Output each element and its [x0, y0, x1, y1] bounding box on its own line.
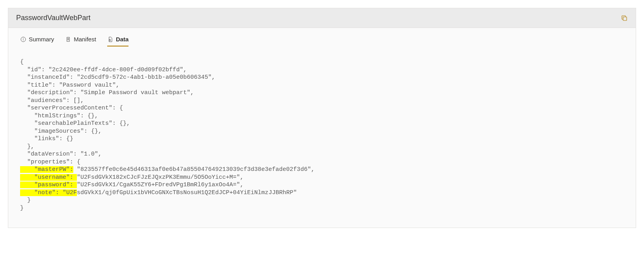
- json-code-block: { "id": "2c2420ee-ffdf-4dce-800f-d0d09f0…: [8, 46, 636, 228]
- info-icon: [20, 36, 26, 43]
- panel-title: PasswordVaultWebPart: [16, 14, 90, 22]
- highlight-username: "username":: [20, 174, 77, 181]
- highlight-note: "note":: [20, 189, 63, 196]
- tab-manifest[interactable]: Manifest: [65, 36, 96, 46]
- highlight-masterpw: "masterPW":: [20, 166, 73, 173]
- tab-manifest-label: Manifest: [74, 36, 96, 43]
- highlight-password: "password":: [20, 182, 77, 188]
- tab-summary[interactable]: Summary: [20, 36, 54, 46]
- tab-data[interactable]: Data: [107, 36, 129, 46]
- tab-bar: Summary Manifest Data: [8, 28, 636, 46]
- data-icon: [107, 36, 114, 43]
- manifest-icon: [65, 36, 71, 43]
- webpart-panel: PasswordVaultWebPart Summary Manifest D: [8, 8, 636, 228]
- tab-data-label: Data: [116, 36, 129, 43]
- copy-icon[interactable]: [621, 15, 628, 22]
- tab-summary-label: Summary: [29, 36, 54, 43]
- panel-header: PasswordVaultWebPart: [8, 8, 636, 28]
- svg-rect-0: [623, 17, 627, 20]
- svg-point-3: [23, 38, 24, 39]
